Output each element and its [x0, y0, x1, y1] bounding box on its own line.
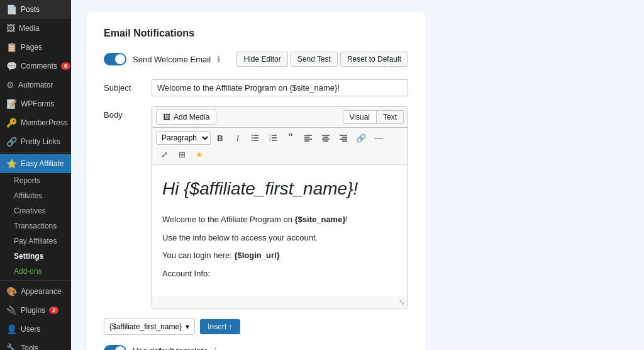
- align-center-button[interactable]: [318, 130, 334, 145]
- insert-button[interactable]: Insert ↑: [200, 319, 240, 334]
- subject-input[interactable]: [152, 79, 408, 96]
- unordered-list-button[interactable]: [247, 130, 264, 145]
- appearance-icon: 🎨: [6, 286, 17, 296]
- resize-icon: ⤡: [399, 298, 405, 307]
- send-welcome-toggle[interactable]: [104, 53, 126, 65]
- bold-button[interactable]: B: [212, 130, 228, 145]
- subject-row: Subject: [104, 79, 408, 96]
- pretty-links-icon: 🔗: [6, 137, 17, 147]
- sidebar-item-pages[interactable]: 📋 Pages: [0, 38, 71, 57]
- tools-icon: 🔧: [6, 343, 17, 350]
- sidebar: 📄 Posts 🖼 Media 📋 Pages 💬 Comments 6 ⚙ A…: [0, 0, 71, 350]
- default-template-toggle[interactable]: [104, 345, 126, 350]
- editor-action-buttons: Hide Editor Send Test Reset to Default: [236, 52, 408, 67]
- editor-wrapper: 🖼 Add Media Visual Text Paragraph B I: [152, 106, 408, 308]
- sidebar-sub-creatives[interactable]: Creatives: [0, 203, 71, 218]
- main-content: Email Notifications Send Welcome Email ℹ…: [71, 0, 644, 350]
- link-button[interactable]: 🔗: [353, 130, 369, 145]
- send-welcome-toggle-row: Send Welcome Email ℹ Hide Editor Send Te…: [104, 52, 408, 67]
- view-tabs: Visual Text: [343, 110, 404, 124]
- body-label: Body: [104, 106, 142, 120]
- memberpress-icon: 🔑: [6, 118, 17, 128]
- align-left-button[interactable]: [300, 130, 316, 145]
- sidebar-sub-transactions[interactable]: Transactions: [0, 218, 71, 234]
- send-welcome-label: Send Welcome Email: [133, 55, 211, 64]
- sidebar-sub-reports[interactable]: Reports: [0, 173, 71, 188]
- default-template-info-icon[interactable]: ℹ: [214, 346, 217, 350]
- sidebar-item-appearance[interactable]: 🎨 Appearance: [0, 282, 71, 301]
- login-url-var: {$login_url}: [234, 251, 279, 260]
- email-notifications-card: Email Notifications Send Welcome Email ℹ…: [86, 13, 426, 350]
- body-row: Body 🖼 Add Media Visual Text Paragraph: [104, 106, 408, 308]
- tab-text[interactable]: Text: [377, 110, 404, 124]
- editor-line2: Use the info below to access your accoun…: [162, 232, 397, 245]
- sidebar-item-easy-affiliate[interactable]: ⭐ Easy Affiliate: [0, 154, 71, 173]
- sidebar-item-media[interactable]: 🖼 Media: [0, 19, 71, 38]
- sidebar-item-comments[interactable]: 💬 Comments 6: [0, 57, 71, 76]
- subject-label: Subject: [104, 79, 142, 93]
- editor-toolbar: Paragraph B I 123 ": [152, 128, 408, 165]
- italic-button[interactable]: I: [230, 130, 246, 145]
- variable-select[interactable]: {$affiliate_first_name} ▾: [104, 319, 195, 335]
- greeting-var: {$affiliate_first_name}: [184, 179, 353, 198]
- wpforms-icon: 📝: [6, 99, 17, 109]
- send-test-button[interactable]: Send Test: [291, 52, 338, 67]
- paragraph-select[interactable]: Paragraph: [156, 131, 211, 145]
- users-icon: 👤: [6, 324, 17, 334]
- plugins-icon: 🔌: [6, 305, 17, 315]
- sidebar-sub-affiliates[interactable]: Affiliates: [0, 188, 71, 203]
- fullscreen-button[interactable]: ⤢: [156, 147, 172, 162]
- comments-badge: 6: [61, 62, 70, 70]
- site-name-var: {$site_name}: [295, 215, 346, 224]
- easy-affiliate-icon: ⭐: [6, 159, 17, 169]
- insert-variable-row: {$affiliate_first_name} ▾ Insert ↑: [104, 319, 408, 335]
- editor-greeting: Hi {$affiliate_first_name}!: [162, 175, 397, 203]
- editor-resize-handle[interactable]: ⤡: [152, 296, 408, 308]
- add-media-icon: 🖼: [163, 113, 170, 121]
- sidebar-item-plugins[interactable]: 🔌 Plugins 2: [0, 301, 71, 320]
- pages-icon: 📋: [6, 42, 17, 52]
- blockquote-button[interactable]: ": [282, 130, 299, 145]
- star-button[interactable]: ★: [191, 147, 208, 162]
- sidebar-sub-pay-affiliates[interactable]: Pay Affiliates: [0, 234, 71, 249]
- align-right-button[interactable]: [335, 130, 352, 145]
- sidebar-sub-addons[interactable]: Add-ons: [0, 264, 71, 279]
- hide-editor-button[interactable]: Hide Editor: [236, 52, 287, 67]
- sidebar-sub-settings[interactable]: Settings: [0, 249, 71, 264]
- svg-point-3: [252, 135, 253, 136]
- table-button[interactable]: ⊞: [174, 147, 190, 162]
- svg-point-5: [252, 140, 253, 141]
- plugins-badge: 2: [49, 307, 58, 314]
- add-media-button[interactable]: 🖼 Add Media: [156, 110, 216, 125]
- editor-line4: Account Info:: [162, 268, 397, 281]
- comments-icon: 💬: [6, 61, 17, 71]
- automator-icon: ⚙: [6, 80, 14, 90]
- posts-icon: 📄: [6, 4, 17, 14]
- sidebar-item-automator[interactable]: ⚙ Automator: [0, 76, 71, 94]
- svg-text:3: 3: [269, 138, 271, 142]
- sidebar-item-posts[interactable]: 📄 Posts: [0, 0, 71, 19]
- sidebar-item-tools[interactable]: 🔧 Tools: [0, 339, 71, 350]
- editor-line1: Welcome to the Affiliate Program on {$si…: [162, 213, 397, 227]
- send-welcome-info-icon[interactable]: ℹ: [217, 54, 220, 64]
- chevron-down-icon: ▾: [186, 322, 189, 331]
- ordered-list-button[interactable]: 123: [265, 130, 281, 145]
- default-template-label: Use default template: [133, 346, 208, 350]
- editor-topbar: 🖼 Add Media Visual Text: [152, 107, 408, 128]
- sidebar-item-users[interactable]: 👤 Users: [0, 320, 71, 339]
- editor-line3: You can login here: {$login_url}: [162, 249, 397, 262]
- card-title: Email Notifications: [104, 28, 408, 39]
- media-icon: 🖼: [6, 23, 15, 33]
- svg-point-4: [252, 137, 253, 138]
- default-template-row: Use default template ℹ: [104, 345, 408, 350]
- tab-visual[interactable]: Visual: [343, 110, 377, 124]
- sidebar-item-pretty-links[interactable]: 🔗 Pretty Links: [0, 132, 71, 151]
- variable-value: {$affiliate_first_name}: [109, 322, 182, 331]
- editor-body[interactable]: Hi {$affiliate_first_name}! Welcome to t…: [152, 165, 408, 296]
- sidebar-item-wpforms[interactable]: 📝 WPForms: [0, 94, 71, 113]
- sidebar-item-memberpress[interactable]: 🔑 MemberPress: [0, 113, 71, 132]
- hr-button[interactable]: —: [370, 130, 387, 145]
- reset-to-default-button[interactable]: Reset to Default: [340, 52, 408, 67]
